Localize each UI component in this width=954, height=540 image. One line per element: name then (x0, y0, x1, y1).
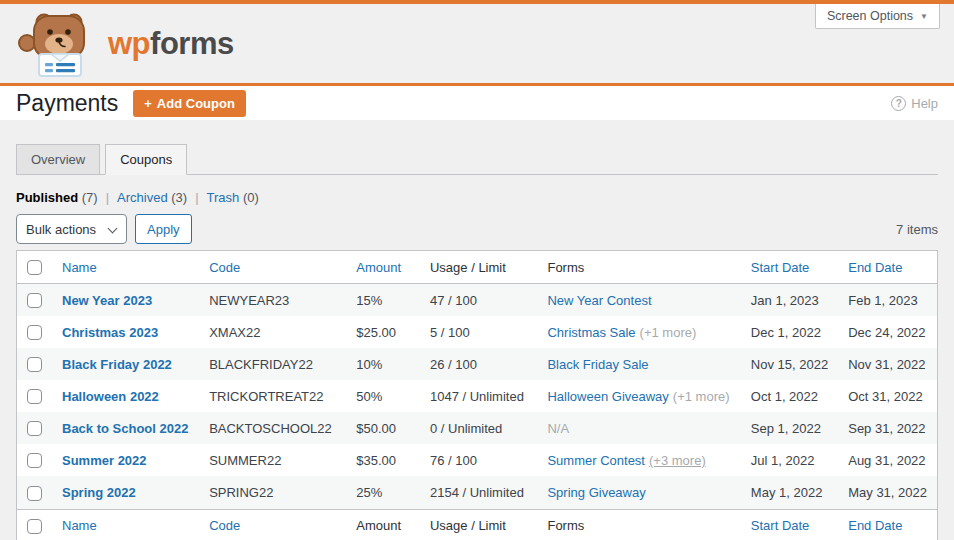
table-footer-row: Name Code Amount Usage / Limit Forms Sta… (17, 509, 938, 540)
sort-code-header[interactable]: Code (209, 260, 240, 275)
wpforms-bear-mascot-icon (18, 11, 98, 77)
form-link[interactable]: New Year Contest (547, 293, 651, 308)
coupon-end-date: Aug 31, 2022 (838, 444, 937, 476)
coupon-usage: 5 / 100 (420, 316, 537, 348)
coupon-code: BACKTOSCHOOL22 (199, 412, 346, 444)
top-toolbar: Bulk actions Apply 7 items (16, 214, 938, 244)
filter-published-label: Published (16, 190, 78, 205)
sort-name-footer[interactable]: Name (62, 518, 97, 533)
form-link[interactable]: Halloween Giveaway (547, 389, 668, 404)
filter-published[interactable]: Published (7) (16, 190, 98, 205)
add-coupon-button[interactable]: + Add Coupon (133, 90, 246, 117)
coupon-end-date: Dec 24, 2022 (838, 316, 937, 348)
chevron-down-icon: ▼ (920, 12, 928, 21)
usage-limit-header: Usage / Limit (430, 260, 506, 275)
coupon-code: BLACKFRIDAY22 (199, 348, 346, 380)
page-title: Payments (16, 90, 118, 117)
coupon-end-date: Oct 31, 2022 (838, 380, 937, 412)
wpforms-admin-header: wpforms Screen Options ▼ (0, 4, 954, 86)
help-link[interactable]: ? Help (891, 96, 938, 111)
coupon-usage: 2154 / Unlimited (420, 476, 537, 509)
coupon-name-link[interactable]: Black Friday 2022 (62, 357, 172, 372)
forms-footer: Forms (547, 518, 584, 533)
select-all-checkbox[interactable] (27, 519, 42, 534)
coupon-code: XMAX22 (199, 316, 346, 348)
more-forms-link[interactable]: (+3 more) (649, 453, 706, 468)
coupon-usage: 1047 / Unlimited (420, 380, 537, 412)
filter-trash-label[interactable]: Trash (207, 190, 240, 205)
sort-start-date-header[interactable]: Start Date (751, 260, 810, 275)
tab-overview[interactable]: Overview (16, 144, 100, 175)
tab-bar: Overview Coupons (16, 143, 938, 175)
coupon-name-link[interactable]: Spring 2022 (62, 485, 136, 500)
sort-end-date-footer[interactable]: End Date (848, 518, 902, 533)
coupon-start-date: Sep 1, 2022 (741, 412, 838, 444)
row-checkbox[interactable] (27, 453, 42, 468)
form-link[interactable]: Christmas Sale (547, 325, 635, 340)
coupon-row: Summer 2022 SUMMER22 $35.00 76 / 100 Sum… (17, 444, 938, 476)
select-all-checkbox[interactable] (27, 260, 42, 275)
coupon-row: New Year 2023 NEWYEAR23 15% 47 / 100 New… (17, 284, 938, 317)
filter-archived-count: (3) (171, 190, 187, 205)
coupon-forms: Spring Giveaway (537, 476, 740, 509)
coupon-name-link[interactable]: Christmas 2023 (62, 325, 158, 340)
bulk-actions-value: Bulk actions (26, 222, 96, 237)
help-label: Help (911, 96, 938, 111)
coupon-end-date: Nov 31, 2022 (838, 348, 937, 380)
filter-published-count: (7) (82, 190, 98, 205)
coupon-name-link[interactable]: Back to School 2022 (62, 421, 188, 436)
coupon-name-link[interactable]: New Year 2023 (62, 293, 152, 308)
items-count: 7 items (896, 222, 938, 237)
filter-separator: | (106, 190, 109, 205)
form-link[interactable]: Black Friday Sale (547, 357, 648, 372)
forms-header: Forms (547, 260, 584, 275)
coupon-row: Halloween 2022 TRICKORTREAT22 50% 1047 /… (17, 380, 938, 412)
coupon-name-link[interactable]: Summer 2022 (62, 453, 147, 468)
coupon-forms: Summer Contest(+3 more) (537, 444, 740, 476)
coupon-row: Black Friday 2022 BLACKFRIDAY22 10% 26 /… (17, 348, 938, 380)
row-checkbox[interactable] (27, 421, 42, 436)
coupon-amount: $25.00 (346, 316, 420, 348)
coupon-row: Back to School 2022 BACKTOSCHOOL22 $50.0… (17, 412, 938, 444)
wordmark-forms: forms (150, 26, 234, 61)
sort-start-date-footer[interactable]: Start Date (751, 518, 810, 533)
more-forms-link[interactable]: (+1 more) (673, 389, 730, 404)
coupon-usage: 47 / 100 (420, 284, 537, 317)
filter-trash[interactable]: Trash (0) (207, 190, 259, 205)
row-checkbox[interactable] (27, 389, 42, 404)
tab-coupons[interactable]: Coupons (105, 144, 187, 175)
row-checkbox[interactable] (27, 486, 42, 501)
coupons-table-body: New Year 2023 NEWYEAR23 15% 47 / 100 New… (17, 284, 938, 509)
sort-end-date-header[interactable]: End Date (848, 260, 902, 275)
coupon-start-date: Nov 15, 2022 (741, 348, 838, 380)
coupon-amount: $35.00 (346, 444, 420, 476)
more-forms-link[interactable]: (+1 more) (640, 325, 697, 340)
coupon-forms: Halloween Giveaway(+1 more) (537, 380, 740, 412)
apply-button[interactable]: Apply (135, 214, 192, 244)
coupons-table: Name Code Amount Usage / Limit Forms Sta… (16, 250, 938, 540)
row-checkbox[interactable] (27, 325, 42, 340)
screen-options-button[interactable]: Screen Options ▼ (815, 4, 940, 29)
usage-limit-footer: Usage / Limit (430, 518, 506, 533)
form-link[interactable]: Spring Giveaway (547, 485, 645, 500)
coupon-row: Christmas 2023 XMAX22 $25.00 5 / 100 Chr… (17, 316, 938, 348)
chevron-down-icon (108, 224, 118, 234)
help-icon: ? (891, 96, 906, 111)
coupon-forms: Christmas Sale(+1 more) (537, 316, 740, 348)
wpforms-wordmark: wpforms (108, 26, 234, 62)
row-checkbox[interactable] (27, 357, 42, 372)
filter-archived-label[interactable]: Archived (117, 190, 168, 205)
coupon-code: TRICKORTREAT22 (199, 380, 346, 412)
form-link[interactable]: Summer Contest (547, 453, 645, 468)
bulk-actions-select[interactable]: Bulk actions (16, 214, 127, 244)
page-title-bar: Payments + Add Coupon ? Help (0, 86, 954, 120)
filter-archived[interactable]: Archived (3) (117, 190, 187, 205)
row-checkbox[interactable] (27, 293, 42, 308)
sort-amount-header[interactable]: Amount (356, 260, 401, 275)
screen-options-label: Screen Options (827, 9, 913, 23)
coupon-usage: 0 / Unlimited (420, 412, 537, 444)
sort-code-footer[interactable]: Code (209, 518, 240, 533)
coupon-name-link[interactable]: Halloween 2022 (62, 389, 159, 404)
coupon-start-date: May 1, 2022 (741, 476, 838, 509)
sort-name-header[interactable]: Name (62, 260, 97, 275)
